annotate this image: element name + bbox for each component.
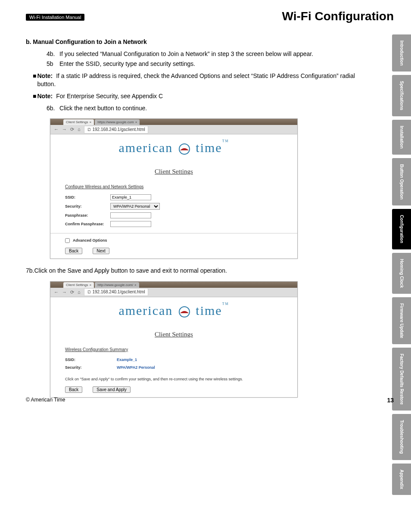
nav-tab[interactable]: Firmware Update [392, 297, 411, 344]
step-text: Click the next button to continue. [59, 104, 147, 113]
note-text: If a static IP address is required, chec… [37, 72, 355, 88]
note-2: ■ Note: For Enterprise Security, see App… [33, 92, 371, 101]
client-settings-title: Client Settings [50, 167, 297, 176]
ssid-input[interactable] [110, 194, 151, 200]
bullet-icon: ■ [33, 72, 36, 89]
address-bar: ← → ⟳ ⌂ 🗋 192.168.240.1/gsclient.html [50, 288, 297, 297]
copyright: © American Time [26, 397, 65, 404]
advanced-options[interactable]: Advanced Options [63, 237, 283, 244]
advanced-checkbox[interactable] [65, 238, 70, 243]
form-heading: Configure Wireless and Network Settings [65, 184, 283, 190]
page-number: 13 [387, 397, 394, 404]
browser-tab: Client Settings× [63, 282, 94, 288]
back-icon: ← [54, 289, 59, 296]
browser-tab: http://www.google.com/× [95, 282, 139, 288]
forward-icon: → [62, 126, 67, 133]
step-num: 6b. [47, 104, 59, 113]
note-1: ■ Note: If a static IP address is requir… [33, 72, 371, 89]
browser-titlebar: Client Settings× https://www.google.com× [50, 119, 297, 125]
instructions: Click on "Save and Apply" to confirm you… [65, 376, 283, 382]
confirm-passphrase-input[interactable] [110, 221, 151, 227]
header-badge: Wi-Fi Installation Manual [26, 14, 84, 21]
back-button[interactable]: Back [65, 248, 82, 254]
home-icon: ⌂ [78, 289, 81, 296]
nav-tab[interactable]: Appendix [392, 464, 411, 495]
page-title: Wi-Fi Configuration [282, 9, 394, 23]
nav-tab[interactable]: Installation [392, 120, 411, 155]
step-text: If you selected “Manual Configuration to… [59, 50, 313, 59]
note-label: Note: [37, 72, 53, 79]
forward-icon: → [62, 289, 67, 296]
nav-tab[interactable]: Configuration [392, 209, 411, 249]
reload-icon: ⟳ [70, 126, 74, 133]
nav-tab[interactable]: Button Operation [392, 158, 411, 205]
address-bar: ← → ⟳ ⌂ 🗋 192.168.240.1/gsclient.html [50, 125, 297, 134]
browser-tab: Client Settings× [63, 119, 94, 125]
step-num: 5b [47, 60, 59, 68]
screenshot-1: Client Settings× https://www.google.com×… [50, 118, 298, 259]
back-button[interactable]: Back [65, 386, 82, 393]
screenshot-2: Client Settings× http://www.google.com/×… [50, 281, 298, 398]
back-icon: ← [54, 126, 59, 133]
security-label: Security: [65, 204, 110, 209]
nav-tab[interactable]: Troubleshooting [392, 414, 411, 460]
ssid-value: Example_1 [117, 357, 137, 363]
brand-logo: american timeTM [50, 300, 297, 320]
security-value: WPA/WPA2 Personal [117, 365, 155, 370]
step-num: 4b. [47, 50, 59, 59]
note-text: For Enterprise Security, see Appendix C [54, 93, 163, 100]
reload-icon: ⟳ [70, 289, 74, 296]
brand-logo: american timeTM [50, 137, 297, 158]
section-tabs: IntroductionSpecificationsInstallationBu… [392, 34, 411, 495]
section-heading: b. Manual Configuration to Join a Networ… [26, 38, 371, 47]
browser-tab: https://www.google.com× [95, 119, 140, 125]
browser-titlebar: Client Settings× http://www.google.com/× [50, 282, 297, 288]
url-field: 🗋 192.168.240.1/gsclient.html [84, 126, 148, 134]
main-content: b. Manual Configuration to Join a Networ… [26, 38, 371, 398]
step-6b: 6b. Click the next button to continue. [47, 104, 371, 113]
security-select[interactable]: WPA/WPA2 Personal [110, 203, 160, 210]
save-apply-button[interactable]: Save and Apply [93, 386, 131, 393]
step-4b: 4b. If you selected “Manual Configuratio… [47, 50, 371, 59]
client-settings-title: Client Settings [50, 330, 297, 339]
nav-tab[interactable]: Introduction [392, 34, 411, 72]
next-button[interactable]: Next [93, 248, 109, 254]
passphrase-label: Passphrase: [65, 213, 110, 218]
ssid-label: SSID: [65, 357, 117, 363]
step-5b: 5b Enter the SSID, security type and sec… [47, 60, 371, 68]
url-field: 🗋 192.168.240.1/gsclient.html [84, 288, 148, 296]
home-icon: ⌂ [78, 126, 81, 133]
ssid-label: SSID: [65, 195, 110, 200]
note-label: Note: [37, 93, 53, 100]
nav-tab[interactable]: Factory Defaults Restore [392, 348, 411, 411]
step-7b: 7b.Click on the Save and Apply button to… [26, 267, 371, 275]
passphrase-input[interactable] [110, 212, 151, 218]
nav-tab[interactable]: Homing Clock [392, 253, 411, 294]
bullet-icon: ■ [33, 92, 36, 101]
confirm-passphrase-label: Confirm Passphrase: [65, 221, 110, 227]
nav-tab[interactable]: Specifications [392, 75, 411, 116]
step-text: Enter the SSID, security type and securi… [59, 60, 195, 68]
security-label: Security: [65, 365, 117, 370]
form-heading: Wireless Configuration Summary [65, 347, 283, 353]
